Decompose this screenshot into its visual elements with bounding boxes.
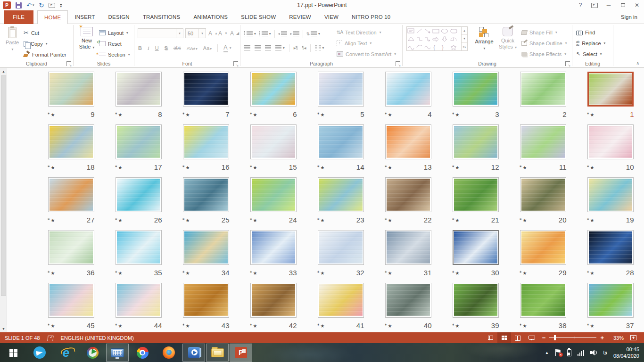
- increase-indent-button[interactable]: ▸: [290, 31, 299, 36]
- slide-thumbnail-19[interactable]: [587, 177, 634, 212]
- slide-sorter-view-button[interactable]: [497, 332, 511, 343]
- slide-thumbnail-35[interactable]: [116, 230, 162, 265]
- slide-thumbnail-11[interactable]: [520, 124, 566, 159]
- sign-in-link[interactable]: Sign in: [621, 10, 637, 24]
- slide-thumbnail-25[interactable]: [183, 177, 229, 212]
- slide-thumbnail-9[interactable]: [48, 72, 94, 107]
- gallery-more-icon[interactable]: ≡▾: [462, 43, 467, 50]
- animation-star-icon[interactable]: ★: [317, 270, 325, 276]
- animation-star-icon[interactable]: ★: [317, 112, 325, 117]
- animation-star-icon[interactable]: ★: [250, 270, 257, 276]
- animation-star-icon[interactable]: ★: [385, 165, 392, 170]
- animation-star-icon[interactable]: ★: [182, 270, 190, 276]
- animation-star-icon[interactable]: ★: [385, 270, 392, 276]
- tab-design[interactable]: DESIGN: [102, 10, 136, 24]
- animation-star-icon[interactable]: ★: [48, 217, 55, 223]
- slide-thumbnail-5[interactable]: [318, 72, 364, 107]
- ltr-text-button[interactable]: ▸¶: [294, 45, 297, 50]
- slide-thumbnail-20[interactable]: [520, 177, 566, 212]
- paste-button[interactable]: Paste▾: [4, 27, 21, 51]
- animation-star-icon[interactable]: ★: [587, 112, 594, 117]
- animation-star-icon[interactable]: ★: [317, 323, 325, 329]
- animation-star-icon[interactable]: ★: [48, 270, 55, 276]
- copy-button[interactable]: Copy▾: [24, 39, 47, 49]
- taskbar-media-player[interactable]: [182, 344, 205, 362]
- animation-star-icon[interactable]: ★: [317, 165, 325, 170]
- gallery-scroll-up-icon[interactable]: ▲: [462, 27, 467, 35]
- slide-thumbnail-3[interactable]: [453, 72, 499, 107]
- align-right-button[interactable]: [265, 45, 271, 50]
- start-from-beginning-icon[interactable]: [49, 3, 55, 8]
- ribbon-display-options-button[interactable]: [587, 0, 602, 10]
- slide-counter[interactable]: SLIDE 1 OF 48: [5, 335, 40, 341]
- collapse-ribbon-button[interactable]: ∧: [636, 61, 639, 66]
- animation-star-icon[interactable]: ★: [250, 217, 257, 223]
- animation-star-icon[interactable]: ★: [48, 112, 55, 117]
- action-center-flag-icon[interactable]: ✕: [555, 349, 561, 356]
- slide-show-button[interactable]: [525, 332, 538, 343]
- animation-star-icon[interactable]: ★: [182, 323, 190, 329]
- slide-thumbnail-14[interactable]: [318, 124, 364, 159]
- strikethrough-button[interactable]: abc: [173, 45, 181, 50]
- font-name-combo[interactable]: ▾: [138, 28, 183, 38]
- slide-thumbnail-22[interactable]: [385, 177, 431, 212]
- tab-view[interactable]: VIEW: [318, 10, 345, 24]
- new-slide-button[interactable]: NewSlide ▾: [77, 27, 96, 50]
- animation-star-icon[interactable]: ★: [385, 323, 392, 329]
- columns-button[interactable]: ▾: [315, 45, 324, 50]
- clipboard-dialog-launcher[interactable]: [66, 61, 71, 66]
- animation-star-icon[interactable]: ★: [587, 270, 594, 276]
- align-left-button[interactable]: [244, 45, 250, 50]
- fit-to-window-button[interactable]: [627, 332, 640, 343]
- volume-icon[interactable]: [590, 350, 597, 355]
- slide-thumbnail-42[interactable]: [250, 283, 297, 318]
- rtl-text-button[interactable]: ¶◂: [302, 45, 305, 50]
- restore-button[interactable]: [616, 0, 630, 10]
- vertical-scrollbar[interactable]: ▲ ▼: [0, 68, 7, 332]
- slide-thumbnail-6[interactable]: [250, 72, 297, 107]
- reading-view-button[interactable]: [511, 332, 525, 343]
- slide-thumbnail-18[interactable]: [48, 124, 94, 159]
- animation-star-icon[interactable]: ★: [250, 323, 257, 329]
- language-indicator[interactable]: ENGLISH (UNITED KINGDOM): [61, 335, 134, 341]
- shapes-gallery-scrollbar[interactable]: ▲ ▼ ≡▾: [461, 27, 467, 50]
- shapes-gallery[interactable]: { } ▲ ▼ ≡▾: [406, 26, 468, 51]
- bold-button[interactable]: B: [138, 45, 142, 51]
- section-button[interactable]: Section▾: [99, 49, 130, 59]
- slide-thumbnail-36[interactable]: [48, 230, 94, 265]
- slide-thumbnail-1[interactable]: [587, 72, 634, 107]
- paragraph-dialog-launcher[interactable]: [396, 61, 400, 66]
- slide-thumbnail-37[interactable]: [587, 283, 634, 318]
- format-painter-button[interactable]: Format Painter: [24, 49, 66, 59]
- minimize-button[interactable]: ─: [602, 0, 616, 10]
- slide-thumbnail-26[interactable]: [116, 177, 162, 212]
- slide-thumbnail-4[interactable]: [385, 72, 431, 107]
- animation-star-icon[interactable]: ★: [520, 323, 527, 329]
- zoom-slider-thumb[interactable]: [554, 335, 556, 340]
- grow-font-button[interactable]: A▲: [208, 28, 218, 38]
- bullets-button[interactable]: ▾: [244, 31, 256, 36]
- animation-star-icon[interactable]: ★: [385, 112, 392, 117]
- change-case-button[interactable]: Aa▾: [203, 45, 212, 51]
- tab-animations[interactable]: ANIMATIONS: [187, 10, 234, 24]
- shape-outline-button[interactable]: Shape Outline▾: [521, 38, 567, 48]
- slide-thumbnail-17[interactable]: [116, 124, 162, 159]
- scrollbar-thumb[interactable]: [1, 75, 6, 296]
- numbering-button[interactable]: ▾: [259, 31, 271, 36]
- slide-thumbnail-31[interactable]: [385, 230, 431, 265]
- slide-thumbnail-38[interactable]: [520, 283, 566, 318]
- animation-star-icon[interactable]: ★: [452, 270, 460, 276]
- font-dialog-launcher[interactable]: [233, 61, 238, 66]
- slide-thumbnail-10[interactable]: [587, 124, 634, 159]
- save-icon[interactable]: [16, 2, 22, 8]
- slide-thumbnail-40[interactable]: [385, 283, 431, 318]
- animation-star-icon[interactable]: ★: [48, 323, 55, 329]
- spell-check-icon[interactable]: [48, 335, 53, 341]
- shrink-font-button[interactable]: A▼: [218, 28, 228, 38]
- justify-button[interactable]: ▾: [275, 45, 285, 50]
- taskbar-internet-explorer[interactable]: e: [53, 343, 79, 362]
- redo-icon[interactable]: ↻: [39, 2, 44, 8]
- customize-qat-icon[interactable]: ▾: [60, 4, 62, 8]
- zoom-slider[interactable]: [549, 337, 596, 338]
- slide-thumbnail-13[interactable]: [385, 124, 431, 159]
